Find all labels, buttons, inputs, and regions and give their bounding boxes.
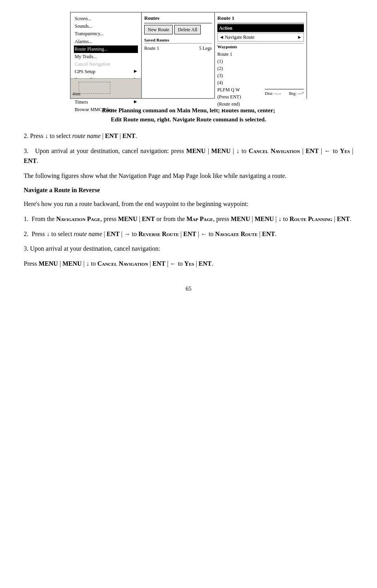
route-row-1[interactable]: Route 1 5 Legs: [144, 44, 212, 52]
routes-button-row: New Route Delete All: [144, 25, 212, 34]
menu-bold-5: MENU: [254, 216, 274, 222]
ent-bold-1: ENT: [105, 132, 118, 139]
paragraph-1: 2. Press ↓ to select route name | ENT | …: [24, 131, 353, 141]
waypoint-4: (4): [217, 79, 304, 86]
ent-bold-10: ENT: [153, 260, 166, 267]
waypoints-label: Waypoints: [217, 43, 304, 50]
paragraph-8: Press MENU | MENU | ↓ to Cancel Navigati…: [24, 259, 353, 269]
menu-item-route-planning[interactable]: Route Planning...: [74, 45, 138, 53]
ent-bold-4: ENT: [24, 157, 37, 164]
menu-bold-3: MENU: [118, 216, 138, 222]
paragraph-4: Here's how you run a route backward, fro…: [24, 199, 353, 209]
route-name-italic-2: route name: [74, 231, 102, 237]
route-name-1: Route 1: [144, 45, 159, 52]
screenshot-area: Screen... Sounds... Transparency... Alar…: [24, 12, 353, 99]
dist-label: Dist: --.--: [265, 90, 281, 97]
map-thumbnail: 40mi: [71, 78, 141, 98]
ent-bold-7: ENT: [107, 231, 120, 237]
nav-page-sc-1: Navigation Page: [56, 216, 100, 222]
delete-all-button[interactable]: Delete All: [174, 25, 201, 34]
menu-bold-4: MENU: [231, 216, 250, 222]
menu-item-cancel-navigation: Cancel Navigation: [74, 61, 138, 68]
navigate-arrow-left-icon: ◄: [219, 34, 224, 41]
waypoints-section: Waypoints: [217, 43, 304, 50]
ent-bold-2: ENT: [123, 132, 136, 139]
route-planning-sc-1: Route Planning: [290, 216, 332, 222]
panel-center: Routes New Route Delete All Saved Routes…: [142, 13, 215, 98]
waypoint-1: (1): [217, 58, 304, 65]
paragraph-7: 3. Upon arrival at your destination, can…: [24, 244, 353, 254]
device-screenshot: Screen... Sounds... Transparency... Alar…: [70, 12, 307, 99]
cancel-nav-sc-2: Cancel Navigation: [97, 260, 148, 267]
menu-bold-2: MENU: [211, 147, 231, 154]
menu-bold-7: MENU: [62, 260, 82, 267]
menu-bold-1: MENU: [186, 147, 205, 154]
cancel-nav-sc-1: Cancel Navigation: [249, 147, 300, 154]
ent-bold-6: ENT: [337, 216, 350, 222]
new-route-button[interactable]: New Route: [144, 25, 173, 34]
reverse-route-sc-1: Reverse Route: [138, 231, 179, 237]
menu-item-screen[interactable]: Screen...: [74, 15, 138, 23]
paragraph-5: 1. From the Navigation Page, press MENU …: [24, 214, 353, 224]
menu-item-my-trails[interactable]: My Trails...: [74, 53, 138, 61]
menu-item-timers[interactable]: Timers: [74, 98, 138, 106]
ent-bold-5: ENT: [142, 216, 155, 222]
action-bar: Action: [217, 24, 304, 32]
right-content: Route 1 (1) (2) (3) (4) PLFM Q W (Press …: [217, 51, 304, 108]
page-number-text: 65: [186, 285, 192, 292]
panel-left: Screen... Sounds... Transparency... Alar…: [71, 13, 142, 98]
brg-label: Brg: ---°: [289, 90, 304, 97]
ent-bold-11: ENT: [199, 260, 212, 267]
map-label: 40mi: [72, 91, 81, 97]
panel-right-wrapper: Route 1 Action ◄ Navigate Route ► Waypoi…: [215, 13, 306, 98]
yes-sc-2: Yes: [184, 260, 194, 267]
menu-item-alarms[interactable]: Alarms...: [74, 38, 138, 45]
navigate-route-sc-1: Navigate Route: [215, 231, 257, 237]
route1-title: Route 1: [217, 14, 304, 23]
waypoint-3: (3): [217, 72, 304, 79]
ent-bold-9: ENT: [262, 231, 275, 237]
map-page-sc-1: Map Page: [187, 216, 213, 222]
navigate-route-label: Navigate Route: [225, 34, 254, 41]
caption-line2: Edit Route menu, right. Navigate Route c…: [111, 116, 266, 123]
navigate-arrow-right-icon: ►: [297, 34, 302, 41]
paragraph-6: 2. Press ↓ to select route name | ENT | …: [24, 229, 353, 239]
waypoint-route-name: Route 1: [217, 51, 304, 58]
routes-title: Routes: [144, 14, 212, 23]
paragraph-3: The following figures show what the Navi…: [24, 171, 353, 181]
menu-item-gps-setup[interactable]: GPS Setup: [74, 68, 138, 76]
menu-bold-6: MENU: [39, 260, 58, 267]
menu-item-transparency[interactable]: Transparency...: [74, 30, 138, 38]
panel-right: Route 1 Action ◄ Navigate Route ► Waypoi…: [215, 13, 306, 109]
dist-bar: Dist: --.-- Brg: ---°: [265, 89, 304, 97]
map-dashed-box: [79, 82, 110, 94]
section-heading-navigate-reverse: Navigate a Route in Reverse: [24, 185, 353, 195]
saved-routes-label: Saved Routes: [144, 37, 212, 44]
ent-bold-8: ENT: [183, 231, 196, 237]
route-name-italic-1: route name: [72, 132, 101, 139]
waypoint-2: (2): [217, 65, 304, 72]
route-legs-1: 5 Legs: [199, 45, 212, 52]
waypoint-route-end: (Route end): [217, 100, 304, 108]
yes-sc-1: Yes: [340, 147, 350, 154]
ent-bold-3: ENT: [305, 147, 319, 154]
menu-item-sounds[interactable]: Sounds...: [74, 23, 138, 30]
paragraph-2: 3. Upon arrival at your destination, can…: [24, 146, 353, 166]
navigate-route-row[interactable]: ◄ Navigate Route ►: [217, 33, 304, 42]
menu-item-browse-mmc[interactable]: Browse MMC Files...: [74, 106, 138, 113]
page-number: 65: [24, 284, 353, 293]
